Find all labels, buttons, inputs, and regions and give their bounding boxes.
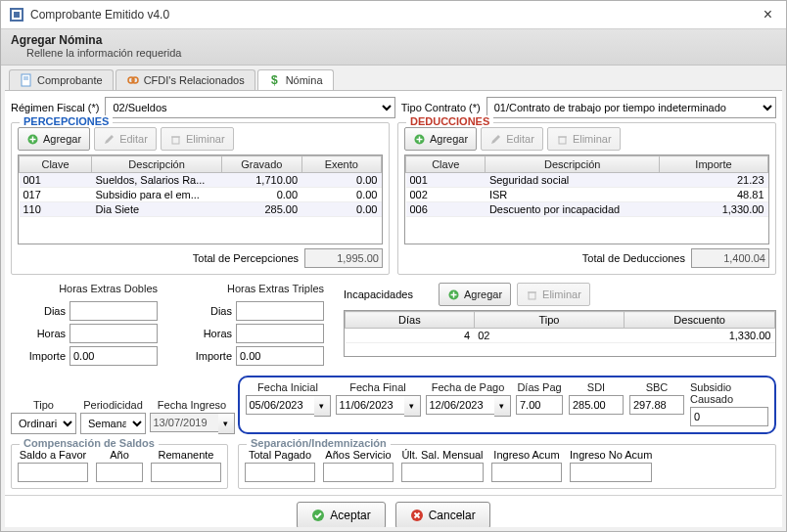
cancel-button[interactable]: Cancelar — [395, 502, 490, 527]
sbc-label: SBC — [646, 381, 669, 393]
saldo-favor-label: Saldo a Favor — [20, 449, 86, 461]
col-desc[interactable]: Descripción — [92, 156, 222, 173]
ingreso-no-acum-input[interactable] — [570, 463, 652, 482]
svg-point-6 — [132, 77, 138, 83]
percepciones-grid[interactable]: Clave Descripción Gravado Exento 001Suel… — [18, 155, 383, 244]
incapacidades-delete-button: Eliminar — [517, 283, 590, 306]
triples-horas-input[interactable] — [236, 324, 324, 343]
separacion-legend: Separación/Indemnización — [247, 437, 391, 449]
tipo-contrato-label: Tipo Contrato (*) — [401, 102, 481, 113]
deducciones-fieldset: DEDUCCIONES Agregar Editar Eliminar Clav… — [397, 122, 776, 275]
percepciones-fieldset: PERCEPCIONES Agregar Editar Eliminar Cla… — [11, 122, 390, 275]
col-gravado[interactable]: Gravado — [222, 156, 301, 173]
compensacion-saldos-fieldset: Compensación de Saldos Saldo a Favor Año… — [11, 444, 228, 489]
periodicidad-label: Periodicidad — [83, 399, 143, 411]
col-exento[interactable]: Exento — [301, 156, 381, 173]
svg-text:$: $ — [271, 73, 278, 87]
deducciones-legend: DEDUCCIONES — [406, 115, 493, 127]
check-icon — [311, 509, 325, 522]
tipo-label: Tipo — [33, 399, 54, 411]
chevron-down-icon[interactable]: ▾ — [494, 395, 511, 417]
col-clave[interactable]: Clave — [20, 156, 92, 173]
tab-cfdi-relacionados[interactable]: CFDI's Relacionados — [116, 69, 255, 90]
table-row[interactable]: 001Seguridad social21.23 — [406, 173, 768, 188]
tipo-select[interactable]: Ordinaria — [11, 413, 76, 434]
deducciones-total — [691, 248, 769, 268]
percepciones-add-button[interactable]: Agregar — [18, 127, 90, 151]
chevron-down-icon[interactable]: ▾ — [404, 395, 421, 417]
chevron-down-icon[interactable]: ▾ — [314, 395, 331, 417]
triples-dias-input[interactable] — [236, 301, 324, 321]
triples-importe-input[interactable] — [236, 346, 324, 366]
fecha-final-input[interactable] — [336, 395, 404, 415]
sbc-input[interactable] — [629, 395, 684, 415]
ano-label: Año — [110, 449, 129, 461]
content: Régimen Fiscal (*) 02/Sueldos Tipo Contr… — [5, 90, 782, 527]
incapacidades-grid[interactable]: Días Tipo Descuento 4021,330.00 — [344, 310, 776, 357]
fecha-inicial-input[interactable] — [246, 395, 314, 415]
trash-icon — [556, 133, 569, 146]
table-row[interactable]: 4021,330.00 — [346, 329, 775, 343]
ingreso-acum-input[interactable] — [491, 463, 562, 482]
chevron-down-icon[interactable]: ▾ — [218, 413, 235, 434]
ano-input[interactable] — [96, 463, 143, 482]
deducciones-grid[interactable]: Clave Descripción Importe 001Seguridad s… — [404, 155, 769, 244]
periodo-bar: Tipo Ordinaria Periodicidad Semanal Fech… — [11, 376, 776, 434]
col-tipo[interactable]: Tipo — [474, 312, 625, 329]
table-row[interactable]: 017Subsidio para el em...0.000.00 — [20, 188, 382, 202]
dias-pag-input[interactable] — [516, 395, 563, 415]
total-pagado-input[interactable] — [245, 463, 315, 482]
tab-comprobante[interactable]: Comprobante — [9, 69, 114, 90]
table-row[interactable]: 006Descuento por incapacidad1,330.00 — [406, 202, 768, 217]
table-row[interactable]: 002ISR48.81 — [406, 188, 768, 202]
remanente-input[interactable] — [151, 463, 221, 482]
fecha-ingreso-label: Fecha Ingreso — [158, 399, 226, 411]
col-importe[interactable]: Importe — [659, 156, 767, 173]
saldo-favor-input[interactable] — [18, 463, 88, 482]
link-icon — [126, 73, 140, 87]
deducciones-add-button[interactable]: Agregar — [404, 127, 477, 151]
dobles-horas-input[interactable] — [69, 324, 158, 343]
cancel-icon — [410, 509, 424, 522]
horas-dobles-title: Horas Extras Dobles — [59, 283, 158, 294]
pencil-icon — [489, 133, 502, 146]
incapacidades-add-button[interactable]: Agregar — [439, 283, 511, 306]
top-row: Régimen Fiscal (*) 02/Sueldos Tipo Contr… — [11, 97, 776, 118]
accept-button[interactable]: Aceptar — [297, 502, 385, 527]
percepciones-delete-button: Eliminar — [161, 127, 234, 151]
sdi-input[interactable] — [569, 395, 624, 415]
money-icon: $ — [268, 73, 282, 87]
tab-label: Comprobante — [37, 74, 103, 86]
remanente-label: Remanente — [159, 449, 214, 461]
percepciones-legend: PERCEPCIONES — [20, 115, 113, 127]
plus-icon — [447, 288, 460, 301]
titlebar: Comprobante Emitido v4.0 × — [1, 1, 786, 29]
table-row[interactable]: 110Dia Siete285.000.00 — [20, 202, 382, 217]
dobles-dias-input[interactable] — [69, 301, 158, 321]
close-button[interactable]: × — [758, 6, 778, 23]
separacion-indemnizacion-fieldset: Separación/Indemnización Total Pagado Añ… — [238, 444, 776, 489]
tab-nomina[interactable]: $ Nómina — [257, 69, 334, 90]
dobles-importe-input[interactable] — [69, 346, 158, 366]
doc-icon — [20, 73, 33, 87]
col-clave[interactable]: Clave — [406, 156, 486, 173]
window-root: Comprobante Emitido v4.0 × Agregar Nómin… — [0, 0, 787, 532]
tipo-contrato-select[interactable]: 01/Contrato de trabajo por tiempo indete… — [486, 97, 776, 118]
percepciones-total-label: Total de Percepciones — [193, 252, 299, 264]
percepciones-total — [304, 248, 383, 268]
fecha-pago-label: Fecha de Pago — [432, 381, 505, 393]
anos-servicio-input[interactable] — [323, 463, 394, 482]
ult-sal-input[interactable] — [401, 463, 484, 482]
page-title: Agregar Nómina — [11, 33, 776, 47]
fecha-final-label: Fecha Final — [349, 381, 405, 393]
ingreso-acum-label: Ingreso Acum — [493, 449, 559, 461]
app-icon — [9, 7, 24, 22]
periodicidad-select[interactable]: Semanal — [80, 413, 146, 434]
col-desc[interactable]: Descripción — [486, 156, 660, 173]
regimen-select[interactable]: 02/Sueldos — [105, 97, 394, 118]
col-descuento[interactable]: Descuento — [625, 312, 775, 329]
table-row[interactable]: 001Sueldos, Salarios Ra...1,710.000.00 — [20, 173, 382, 188]
col-dias[interactable]: Días — [346, 312, 475, 329]
subsidio-input[interactable] — [690, 407, 768, 426]
fecha-pago-input[interactable] — [426, 395, 494, 415]
